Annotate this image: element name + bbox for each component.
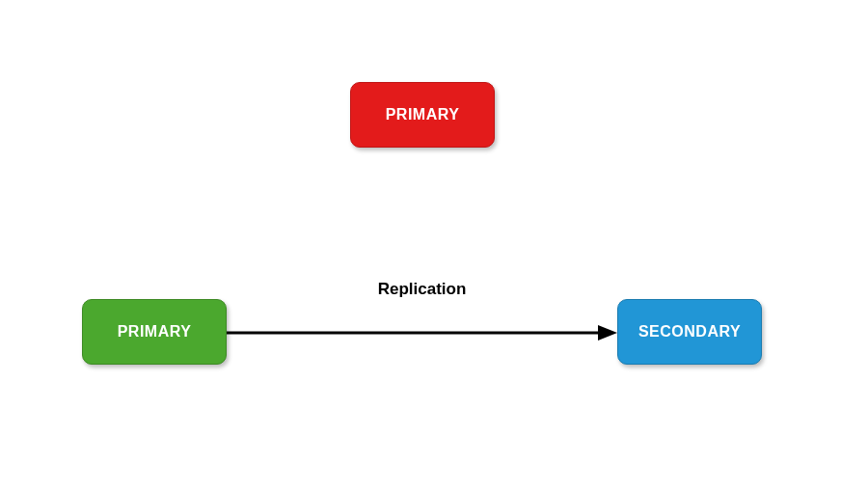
replication-edge-label: Replication xyxy=(227,280,617,299)
secondary-right-label: SECONDARY xyxy=(638,323,741,341)
primary-left-label: PRIMARY xyxy=(118,323,192,341)
replication-edge: Replication xyxy=(227,280,617,357)
svg-marker-1 xyxy=(598,325,617,341)
secondary-right-node: SECONDARY xyxy=(617,299,762,365)
primary-left-node: PRIMARY xyxy=(82,299,227,365)
primary-top-node: PRIMARY xyxy=(350,82,495,148)
arrow-icon xyxy=(227,323,617,342)
primary-top-label: PRIMARY xyxy=(386,106,460,123)
